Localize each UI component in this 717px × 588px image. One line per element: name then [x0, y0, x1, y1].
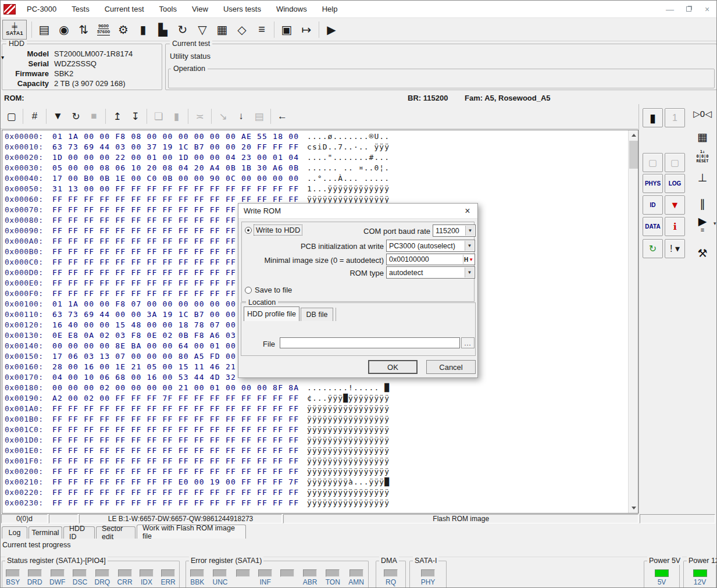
alert-menu-button[interactable]: ! ▾ [665, 239, 685, 258]
power-probe-icon[interactable]: ⊥ [691, 172, 714, 184]
hex-row[interactable]: 0x00190:A2 00 02 00 FF FF FF 7F FF FF FF… [2, 393, 627, 404]
info-script-button[interactable]: ℹ [665, 217, 685, 236]
hex-row[interactable]: 0x00000:01 1A 00 00 F8 08 00 00 00 00 00… [2, 131, 627, 142]
hex-row[interactable]: 0x001F0:FF FF FF FF FF FF FF FF FF FF FF… [2, 456, 627, 466]
browse-button[interactable]: ... [461, 337, 475, 348]
stop-icon[interactable]: ■ [85, 108, 103, 126]
close-button[interactable]: × [698, 1, 716, 17]
chevron-down-icon[interactable]: ▼ [465, 226, 475, 236]
reset-counter-icon[interactable]: 1↓0|0|0RESET [691, 149, 714, 163]
defect-map-button[interactable]: ▼ [665, 195, 685, 215]
hex-row[interactable]: 0x001B0:FF FF FF FF FF FF FF FF FF FF FF… [2, 414, 627, 425]
data-view-button[interactable]: DATA [643, 217, 663, 236]
tab-hdd-id[interactable]: HDD ID [63, 526, 95, 539]
read-write-switch-icon[interactable]: ⇅ [74, 20, 94, 40]
tab-terminal[interactable]: Terminal [28, 526, 62, 539]
save-to-file-radio[interactable]: Save to file [245, 286, 292, 294]
chevron-down-icon[interactable]: ▼ [465, 268, 474, 277]
min-image-size-input[interactable]: 0x00100000 H▼ [386, 254, 475, 265]
log-params-button[interactable]: LOG [665, 174, 685, 193]
hex-mode-button[interactable]: H▼ [463, 255, 474, 264]
menu-tools[interactable]: Tools [152, 2, 184, 16]
windows-cascade-icon[interactable]: ▣ [277, 20, 297, 40]
hex-row[interactable]: 0x001C0:FF FF FF FF FF FF FF FF FF FF FF… [2, 425, 627, 435]
copy-icon[interactable]: ❏ [149, 108, 167, 126]
menu-users-tests[interactable]: Users tests [216, 2, 269, 16]
hex-row[interactable]: 0x00030:05 00 00 08 06 10 20 08 04 20 A4… [2, 163, 627, 173]
hex-row[interactable]: 0x00010:63 73 69 44 03 00 37 19 1C B7 00… [2, 142, 627, 152]
hex-row[interactable]: 0x001D0:FF FF FF FF FF FF FF FF FF FF FF… [2, 435, 627, 446]
menu-current-test[interactable]: Current test [97, 2, 152, 16]
restore-button[interactable] [679, 1, 698, 17]
copy-to-resource-button[interactable]: ▢ [665, 153, 685, 172]
chevron-down-icon[interactable]: ▼ [465, 241, 474, 251]
chip-count-button[interactable]: 1 [665, 108, 685, 127]
back-icon[interactable]: ← [273, 108, 291, 126]
rom-type-combo[interactable]: autodetect ▼ [386, 266, 475, 279]
resources-icon[interactable]: ▙ [153, 20, 173, 40]
hex-row[interactable]: 0x00230:FF FF FF FF FF FF FF FF FF FF FF… [2, 498, 627, 508]
load-rom-icon[interactable]: ↧ [126, 108, 144, 126]
test-select-icon[interactable]: ◇ [232, 20, 252, 40]
dialog-close-button[interactable]: × [460, 205, 475, 217]
tab-work-with-flash-rom-image-file[interactable]: Work with Flash ROM image file [137, 525, 246, 539]
fill-block-icon[interactable]: ▼ [49, 108, 67, 126]
rom-chip-icon[interactable]: ▮ [133, 20, 153, 40]
refresh-icon[interactable]: ↻ [67, 108, 85, 126]
run-icon[interactable]: ▶ [322, 20, 341, 40]
utility-settings-icon[interactable]: ⚙ [113, 20, 133, 40]
pause-icon[interactable]: ∥ [691, 198, 714, 210]
utility-status-icon[interactable]: ▤ [34, 20, 54, 40]
pcb-card-icon[interactable]: ▦ [691, 131, 714, 143]
tab-hdd-profile-file[interactable]: HDD profile file [244, 307, 299, 321]
sector-grid-icon[interactable]: ▦ [212, 20, 232, 40]
vertical-scrollbar[interactable] [628, 130, 638, 513]
scroll-up-button[interactable] [629, 130, 638, 140]
hex-row[interactable]: 0x00220:FF FF FF FF FF FF FF FF FF FF FF… [2, 487, 627, 498]
menu-help[interactable]: Help [315, 2, 345, 16]
lamp-test-icon[interactable]: ◉ [54, 20, 74, 40]
script-list-icon[interactable]: ≡ [252, 20, 272, 40]
dialog-titlebar[interactable]: Write ROM × [238, 204, 477, 219]
scrollbar-thumb[interactable] [629, 141, 638, 169]
hex-row[interactable]: 0x00050:31 13 00 00 FF FF FF FF FF FF FF… [2, 184, 627, 194]
menu-windows[interactable]: Windows [269, 2, 315, 16]
hex-row[interactable]: 0x00180:00 00 00 02 00 00 00 00 21 00 01… [2, 383, 627, 393]
copy-from-resource-button[interactable]: ▢ [643, 153, 663, 172]
cancel-button[interactable]: Cancel [426, 360, 476, 374]
hex-row[interactable]: 0x00040:17 00 B0 0B 1E 00 C0 0B 00 00 90… [2, 173, 627, 184]
menu-tests[interactable]: Tests [64, 2, 97, 16]
exit-icon[interactable]: ↦ [297, 20, 316, 40]
baud-rate-icon[interactable]: 960057600 [94, 20, 113, 40]
write-to-hdd-radio[interactable]: Write to HDD [245, 226, 301, 234]
hex-row[interactable]: 0x00020:1D 00 00 00 22 00 01 00 1D 00 00… [2, 152, 627, 163]
hdd-id-button[interactable]: ID [643, 195, 663, 215]
rom-chip-button[interactable]: ▮ [643, 108, 663, 127]
save-rom-icon[interactable]: ↥ [108, 108, 126, 126]
tools-icon[interactable]: ⚒ [691, 248, 714, 259]
reload-file-button[interactable]: ↻ [643, 239, 663, 258]
export-icon[interactable]: ↘ [214, 108, 232, 126]
minimize-button[interactable]: — [661, 1, 679, 17]
phys-params-button[interactable]: PHYS [643, 174, 663, 193]
filter-icon[interactable]: ▽ [192, 20, 212, 40]
menu-pc-3000[interactable]: PC-3000 [19, 2, 64, 16]
dropdown-caret-icon[interactable]: ▾ [714, 220, 716, 226]
tab-sector-edit[interactable]: Sector edit [96, 526, 135, 539]
ok-button[interactable]: OK [368, 360, 418, 374]
pcb-init-combo[interactable]: PC3000 (autoselect) ▼ [386, 240, 475, 252]
run-sequence-icon[interactable]: ▶≡ [691, 216, 714, 233]
new-rom-image-icon[interactable]: ▢ [2, 108, 20, 126]
hex-row[interactable]: 0x00200:FF FF FF FF FF FF FF FF FF FF FF… [2, 466, 627, 477]
sata1-port-button[interactable]: ╪SATA1 [2, 20, 27, 40]
baud-rate-combo[interactable]: 115200 ▼ [433, 224, 476, 237]
file-input[interactable] [280, 337, 460, 348]
menu-view[interactable]: View [184, 2, 216, 16]
hdd-select-dropdown-icon[interactable]: ▾ [1, 54, 4, 60]
compare-icon[interactable]: ≍ [191, 108, 209, 126]
hex-row[interactable]: 0x001E0:FF FF FF FF FF FF FF FF FF FF FF… [2, 446, 627, 456]
tab-db-file[interactable]: DB file [301, 308, 333, 321]
numbers-view-icon[interactable]: ▤ [250, 108, 268, 126]
paste-icon[interactable]: ▮ [167, 108, 186, 126]
hex-row[interactable]: 0x001A0:FF FF FF FF FF FF FF FF FF FF FF… [2, 404, 627, 414]
